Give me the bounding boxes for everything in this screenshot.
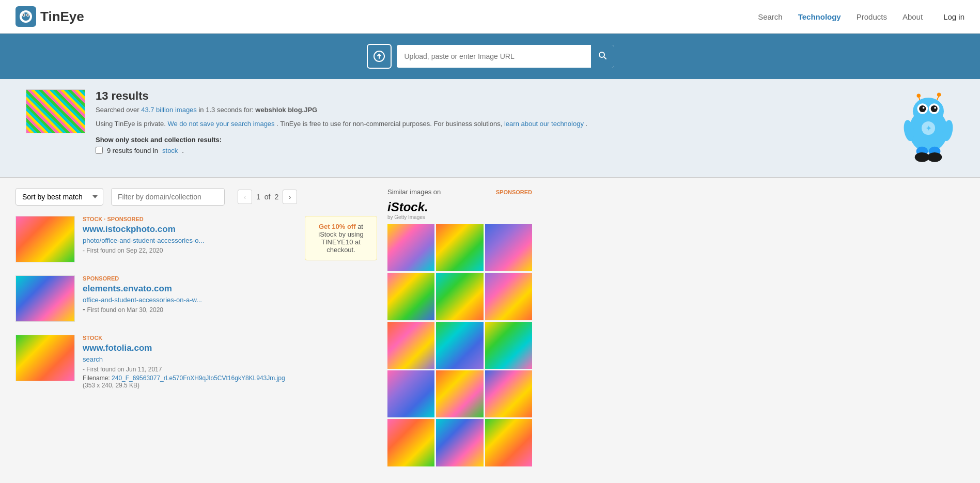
sidebar-sponsored: SPONSORED: [496, 189, 532, 195]
grid-image[interactable]: [485, 370, 532, 417]
result-domain-link[interactable]: www.istockphoto.com: [83, 224, 297, 235]
grid-image[interactable]: [436, 224, 483, 271]
subtitle-suffix: in 1.3 seconds for:: [198, 106, 255, 114]
main-nav: Search Technology Products About: [758, 12, 923, 21]
result-path-link[interactable]: search: [83, 355, 377, 363]
results-list: Sort by best match ‹ 1 of 2 › STOCK · SP…: [15, 188, 377, 466]
result-filesize: (353 x 240, 29.5 KB): [83, 382, 377, 389]
search-submit-button[interactable]: [591, 45, 614, 68]
nav-products[interactable]: Products: [857, 12, 887, 21]
result-date: First found on Mar 30, 2020: [87, 306, 163, 314]
results-header-section: 13 results Searched over 43.7 billion im…: [0, 79, 980, 178]
technology-link[interactable]: learn about our technology: [504, 120, 584, 128]
page-total: 2: [274, 193, 278, 201]
privacy-text-2: . TinEye is free to use for non-commerci…: [276, 120, 504, 128]
filename-link[interactable]: 240_F_69563077_rLe570FnXH9qJIo5CVt16gkY8…: [112, 375, 285, 382]
svg-line-9: [604, 57, 606, 59]
svg-point-5: [23, 14, 25, 16]
sort-select[interactable]: Sort by best match: [15, 188, 103, 206]
stock-tag: STOCK: [83, 216, 102, 222]
stock-filter-row: 9 results found in stock .: [96, 147, 882, 154]
result-date-separator: -: [83, 305, 87, 314]
result-path-link[interactable]: office-and-student-accessories-on-a-w...: [83, 296, 377, 304]
sidebar-header: Similar images on SPONSORED: [387, 188, 532, 196]
result-thumbnail: [15, 216, 75, 262]
svg-point-20: [923, 107, 925, 109]
stock-count-text: 9 results found in: [107, 147, 158, 154]
result-tags: STOCK · SPONSORED: [83, 216, 297, 222]
domain-filter-input[interactable]: [111, 188, 225, 206]
privacy-text-3: .: [586, 120, 588, 128]
result-domain-link[interactable]: elements.envato.com: [83, 284, 377, 294]
svg-point-11: [917, 94, 921, 98]
result-tags: SPONSORED: [83, 275, 377, 282]
results-subtitle: Searched over 43.7 billion images in 1.3…: [96, 106, 882, 114]
robot-mascot: ✦: [897, 89, 959, 167]
results-info: 13 results Searched over 43.7 billion im…: [96, 89, 882, 154]
nav-search[interactable]: Search: [758, 12, 783, 21]
grid-image[interactable]: [387, 370, 434, 417]
search-filename: webshlok blog.JPG: [255, 106, 317, 114]
sidebar-title: Similar images on: [387, 188, 441, 196]
stock-tag: STOCK: [83, 335, 102, 341]
grid-image[interactable]: [387, 322, 434, 369]
grid-image[interactable]: [485, 224, 532, 271]
grid-image[interactable]: [387, 273, 434, 320]
search-input[interactable]: [397, 46, 591, 67]
stock-filter-checkbox[interactable]: [96, 147, 103, 154]
svg-text:✦: ✦: [926, 124, 931, 132]
logo-text: TinEye: [40, 9, 84, 25]
stock-link[interactable]: stock: [162, 147, 178, 154]
page-of: of: [265, 193, 271, 201]
image-grid: [387, 224, 532, 466]
grid-image[interactable]: [485, 273, 532, 320]
istock-logo: iStock. by Getty Images: [387, 200, 532, 220]
grid-image[interactable]: [485, 322, 532, 369]
next-page-button[interactable]: ›: [283, 190, 297, 204]
privacy-text: Using TinEye is private. We do not save …: [96, 119, 882, 130]
result-thumbnail: [15, 275, 75, 322]
grid-image[interactable]: [436, 322, 483, 369]
svg-point-18: [919, 105, 926, 112]
result-details: STOCK · SPONSORED www.istockphoto.com ph…: [83, 216, 297, 254]
grid-image[interactable]: [436, 419, 483, 466]
promo-highlight: Get 10% off: [319, 223, 356, 230]
svg-point-28: [915, 152, 929, 162]
sidebar: Similar images on SPONSORED iStock. by G…: [387, 188, 532, 466]
grid-image[interactable]: [387, 419, 434, 466]
svg-point-29: [927, 152, 942, 162]
svg-point-21: [934, 107, 936, 109]
image-count-link[interactable]: 43.7 billion images: [141, 106, 197, 114]
privacy-text-1: Using TinEye is private.: [96, 120, 167, 128]
result-details: STOCK www.fotolia.com search - First fou…: [83, 335, 377, 389]
grid-image[interactable]: [387, 224, 434, 271]
search-container: [367, 44, 614, 69]
svg-point-2: [22, 12, 30, 21]
grid-image[interactable]: [485, 419, 532, 466]
svg-point-13: [937, 93, 941, 97]
login-button[interactable]: Log in: [943, 12, 965, 21]
grid-image[interactable]: [436, 370, 483, 417]
upload-button[interactable]: [367, 44, 392, 69]
grid-image[interactable]: [436, 273, 483, 320]
logo-area: TinEye: [15, 6, 84, 27]
search-bar-section: [0, 34, 980, 79]
result-path-link[interactable]: photo/office-and-student-accessories-o..…: [83, 237, 297, 244]
search-input-wrapper: [397, 45, 614, 68]
tineye-logo-icon: [15, 6, 36, 27]
nav-technology[interactable]: Technology: [798, 12, 841, 21]
prev-page-button[interactable]: ‹: [238, 190, 252, 204]
stock-period: .: [182, 147, 184, 154]
header: TinEye Search Technology Products About …: [0, 0, 980, 34]
result-domain-link[interactable]: www.fotolia.com: [83, 343, 377, 353]
sponsored-tag: SPONSORED: [107, 216, 143, 222]
result-filename: Filename: 240_F_69563077_rLe570FnXH9qJIo…: [83, 375, 377, 382]
result-date: - First found on Sep 22, 2020: [83, 247, 163, 254]
sponsored-tag: SPONSORED: [83, 275, 119, 282]
no-save-link[interactable]: We do not save your search images: [167, 120, 274, 128]
result-tags: STOCK: [83, 335, 377, 341]
nav-about[interactable]: About: [903, 12, 923, 21]
result-date: - First found on Jun 11, 2017: [83, 366, 162, 373]
results-count: 13 results: [96, 89, 882, 103]
magnifier-icon: [598, 51, 606, 59]
